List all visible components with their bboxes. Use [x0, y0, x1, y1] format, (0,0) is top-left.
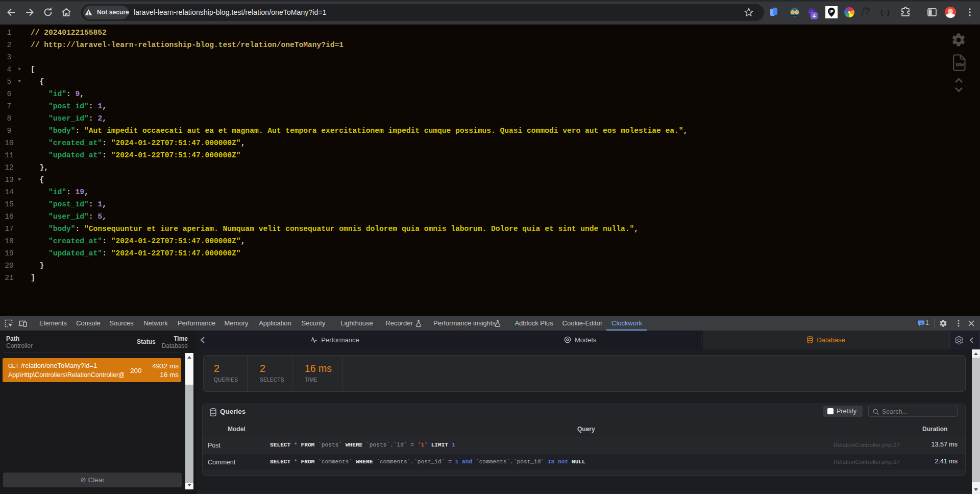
svg-text:IP: IP — [829, 9, 834, 14]
svg-text:4: 4 — [813, 13, 816, 19]
svg-text:RAW: RAW — [955, 61, 964, 68]
